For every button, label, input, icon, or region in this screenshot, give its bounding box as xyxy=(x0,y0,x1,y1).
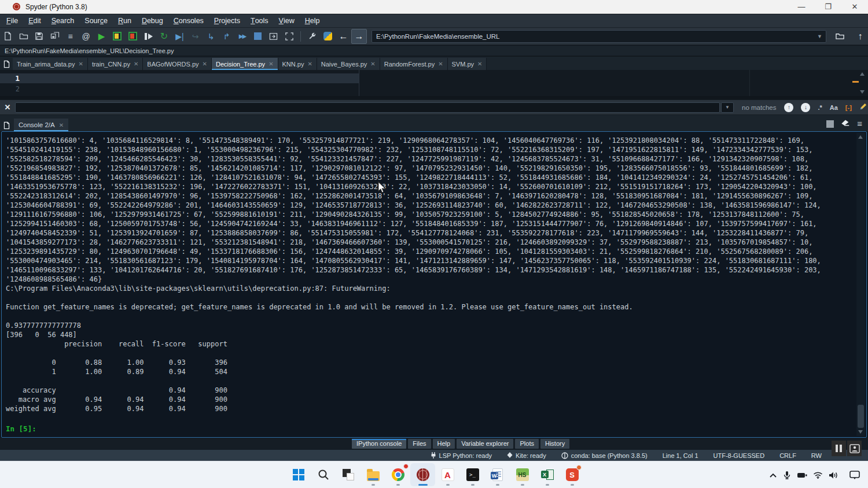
editor-tab-BAGofWORDS.py[interactable]: BAGofWORDS.py✕ xyxy=(143,58,212,70)
pane-tab-history[interactable]: History xyxy=(540,439,569,449)
rerun-cell-button[interactable] xyxy=(125,29,141,44)
find-input[interactable] xyxy=(15,102,720,113)
editor-scrollbar[interactable] xyxy=(858,71,867,95)
console-prompt[interactable]: In [5]: xyxy=(6,424,36,433)
editor-tab-Decision_Tree.py[interactable]: Decision_Tree.py✕ xyxy=(212,58,278,70)
taskbar-terminal-button[interactable]: >_ xyxy=(460,463,485,486)
menu-projects[interactable]: Projects xyxy=(209,14,245,27)
highlight-matches-toggle[interactable] xyxy=(859,102,867,113)
status-rw[interactable]: RW xyxy=(811,452,822,459)
menu-run[interactable]: Run xyxy=(113,14,137,27)
python-interpreter-button[interactable] xyxy=(320,29,336,44)
find-next-button[interactable]: ↓ xyxy=(801,103,810,112)
step-into-button[interactable]: ↳ xyxy=(203,29,219,44)
tray-microphone-icon[interactable] xyxy=(783,471,791,480)
close-button[interactable]: ✕ xyxy=(841,0,868,13)
menu-consoles[interactable]: Consoles xyxy=(168,14,209,27)
menu-source[interactable]: Source xyxy=(79,14,113,27)
menu-edit[interactable]: Edit xyxy=(23,14,46,27)
save-all-button[interactable] xyxy=(47,29,62,44)
code-editor[interactable]: 1 2 xyxy=(0,70,868,96)
tab-close-icon[interactable]: ✕ xyxy=(477,61,482,67)
run-selection-button[interactable] xyxy=(141,29,156,44)
console-tab-close-icon[interactable]: ✕ xyxy=(59,122,64,128)
browse-directory-button[interactable] xyxy=(832,29,848,44)
menu-debug[interactable]: Debug xyxy=(137,14,168,27)
forward-button[interactable]: → xyxy=(351,29,367,44)
editor-tab-KNN.py[interactable]: KNN.py✕ xyxy=(278,58,317,70)
taskbar-acrobat-button[interactable]: A xyxy=(435,463,460,486)
parent-directory-button[interactable]: ↑ xyxy=(852,29,868,44)
editor-tab-Train_arima_data.py[interactable]: Train_arima_data.py✕ xyxy=(13,58,88,70)
new-file-button[interactable] xyxy=(0,29,16,44)
combo-caret-icon[interactable]: ▼ xyxy=(817,34,826,39)
menu-view[interactable]: View xyxy=(274,14,300,27)
console-tab[interactable]: Console 2/A ✕ xyxy=(14,119,68,131)
interrupt-kernel-icon[interactable] xyxy=(826,120,834,128)
editor-tab-train_CNN.py[interactable]: train_CNN.py✕ xyxy=(88,58,143,70)
tab-close-icon[interactable]: ✕ xyxy=(370,61,375,67)
tray-volume-icon[interactable] xyxy=(829,471,838,479)
taskbar-word-button[interactable] xyxy=(485,463,510,486)
status-line-1-col-1[interactable]: Line 1, Col 1 xyxy=(663,452,698,459)
taskbar-chrome-button[interactable] xyxy=(385,463,410,486)
tab-close-icon[interactable]: ✕ xyxy=(203,61,207,67)
tray-chevron-up-icon[interactable] xyxy=(769,472,777,478)
tray-chat-icon[interactable] xyxy=(849,471,860,480)
taskbar-task-view-button[interactable] xyxy=(336,463,361,486)
pane-tab-plots[interactable]: Plots xyxy=(515,439,538,449)
find-symbols-button[interactable]: @ xyxy=(78,29,94,44)
editor-tab-Naive_Bayes.py[interactable]: Naive_Bayes.py✕ xyxy=(317,58,380,70)
whole-word-toggle[interactable]: [-] xyxy=(845,104,852,111)
find-close-icon[interactable]: ✕ xyxy=(0,103,15,112)
tab-close-icon[interactable]: ✕ xyxy=(78,61,83,67)
console-scrollbar[interactable] xyxy=(856,133,865,436)
console-browse-tabs-button[interactable] xyxy=(0,119,13,131)
taskbar-search-button[interactable] xyxy=(311,463,336,486)
find-history-dropdown[interactable]: ▼ xyxy=(721,102,734,113)
menu-help[interactable]: Help xyxy=(300,14,325,27)
regex-toggle[interactable]: .* xyxy=(818,104,822,111)
editor-tab-SVM.py[interactable]: SVM.py✕ xyxy=(448,58,487,70)
case-sensitive-toggle[interactable]: Aa xyxy=(830,104,838,111)
save-button[interactable] xyxy=(31,29,47,44)
editor-tab-RandomForest.py[interactable]: RandomForest.py✕ xyxy=(380,58,448,70)
taskbar-spyder-button[interactable] xyxy=(410,463,435,486)
status-conda-base-python-3-8-5-[interactable]: conda: base (Python 3.8.5) xyxy=(561,452,648,459)
preferences-button[interactable] xyxy=(304,29,320,44)
open-file-button[interactable] xyxy=(16,29,31,44)
taskbar-messaging-button[interactable]: S xyxy=(560,463,584,486)
file-switcher-button[interactable]: ≡ xyxy=(62,29,78,44)
console-scroll-thumb[interactable] xyxy=(858,405,864,428)
pane-tab-ipython-console[interactable]: IPython console xyxy=(352,439,406,449)
maximize-pane-button[interactable] xyxy=(281,29,297,44)
taskbar-file-explorer-button[interactable] xyxy=(361,463,385,486)
recorder-camera-button[interactable] xyxy=(847,441,862,456)
run-external-button[interactable] xyxy=(266,29,281,44)
tab-close-icon[interactable]: ✕ xyxy=(307,61,312,67)
stop-button[interactable] xyxy=(250,29,266,44)
menu-tools[interactable]: Tools xyxy=(245,14,274,27)
debug-continue-button[interactable]: ▶| xyxy=(172,29,187,44)
working-directory-combo[interactable]: E:\PythonRun\FakeMedia\ensemble_URL ▼ xyxy=(372,30,826,43)
step-over-button[interactable]: ↪ xyxy=(187,29,203,44)
recorder-pause-button[interactable] xyxy=(832,441,846,456)
scroll-up-icon[interactable] xyxy=(860,72,865,76)
taskbar-start-button[interactable] xyxy=(286,463,311,486)
back-button[interactable]: ← xyxy=(336,29,351,44)
pane-tab-files[interactable]: Files xyxy=(408,439,431,449)
status-crlf[interactable]: CRLF xyxy=(779,452,796,459)
clear-console-icon[interactable] xyxy=(841,119,850,129)
fast-forward-button[interactable]: ▶▶ xyxy=(234,29,250,44)
console-scroll-up-icon[interactable] xyxy=(858,135,863,139)
tray-wifi-icon[interactable] xyxy=(813,471,823,479)
menu-file[interactable]: File xyxy=(1,14,23,27)
scroll-down-icon[interactable] xyxy=(860,90,865,94)
tab-close-icon[interactable]: ✕ xyxy=(134,61,138,67)
tab-close-icon[interactable]: ✕ xyxy=(438,61,443,67)
find-previous-button[interactable]: ↑ xyxy=(784,103,793,112)
restore-button[interactable]: ❐ xyxy=(815,0,841,13)
minimize-button[interactable]: — xyxy=(788,0,815,13)
tray-battery-icon[interactable] xyxy=(797,472,807,479)
browse-tabs-button[interactable] xyxy=(0,58,13,70)
